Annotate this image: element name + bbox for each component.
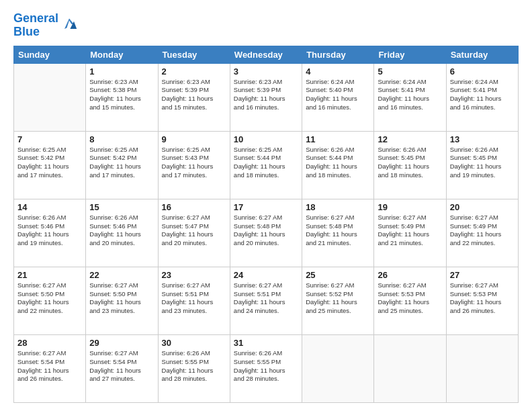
calendar-cell: 16Sunrise: 6:27 AM Sunset: 5:47 PM Dayli… [158, 199, 230, 267]
calendar-table: SundayMondayTuesdayWednesdayThursdayFrid… [13, 46, 519, 403]
day-number: 17 [234, 202, 298, 212]
day-number: 22 [89, 270, 154, 280]
day-number: 27 [450, 270, 515, 280]
cell-sun-info: Sunrise: 6:27 AM Sunset: 5:47 PM Dayligh… [162, 214, 226, 248]
calendar-cell: 6Sunrise: 6:24 AM Sunset: 5:41 PM Daylig… [446, 63, 518, 131]
cell-sun-info: Sunrise: 6:24 AM Sunset: 5:40 PM Dayligh… [306, 78, 370, 112]
cell-sun-info: Sunrise: 6:27 AM Sunset: 5:51 PM Dayligh… [234, 281, 298, 316]
day-number: 29 [89, 338, 154, 348]
cell-sun-info: Sunrise: 6:26 AM Sunset: 5:55 PM Dayligh… [162, 349, 226, 383]
day-number: 28 [17, 338, 82, 348]
weekday-wednesday: Wednesday [230, 46, 302, 63]
cell-sun-info: Sunrise: 6:26 AM Sunset: 5:46 PM Dayligh… [17, 214, 82, 248]
calendar-cell: 11Sunrise: 6:26 AM Sunset: 5:44 PM Dayli… [302, 131, 374, 199]
day-number: 4 [306, 66, 370, 77]
day-number: 7 [17, 134, 82, 144]
calendar-cell: 22Sunrise: 6:27 AM Sunset: 5:50 PM Dayli… [86, 267, 158, 334]
week-row-5: 28Sunrise: 6:27 AM Sunset: 5:54 PM Dayli… [14, 334, 519, 402]
calendar-cell: 19Sunrise: 6:27 AM Sunset: 5:49 PM Dayli… [374, 199, 446, 267]
day-number: 30 [162, 338, 226, 348]
day-number: 23 [162, 270, 226, 280]
cell-sun-info: Sunrise: 6:26 AM Sunset: 5:46 PM Dayligh… [89, 214, 154, 248]
cell-sun-info: Sunrise: 6:23 AM Sunset: 5:38 PM Dayligh… [89, 78, 154, 112]
day-number: 11 [306, 134, 370, 144]
calendar-cell: 28Sunrise: 6:27 AM Sunset: 5:54 PM Dayli… [14, 334, 86, 402]
day-number: 13 [450, 134, 515, 144]
calendar-cell: 1Sunrise: 6:23 AM Sunset: 5:38 PM Daylig… [86, 63, 158, 131]
day-number: 6 [450, 66, 515, 77]
day-number: 21 [17, 270, 82, 280]
calendar-cell: 25Sunrise: 6:27 AM Sunset: 5:52 PM Dayli… [302, 267, 374, 334]
calendar-cell [446, 334, 518, 402]
calendar-cell: 31Sunrise: 6:26 AM Sunset: 5:55 PM Dayli… [230, 334, 302, 402]
day-number: 2 [162, 66, 226, 77]
cell-sun-info: Sunrise: 6:27 AM Sunset: 5:53 PM Dayligh… [450, 281, 515, 316]
cell-sun-info: Sunrise: 6:25 AM Sunset: 5:44 PM Dayligh… [234, 146, 298, 180]
calendar-cell [374, 334, 446, 402]
day-number: 3 [234, 66, 298, 77]
calendar-cell: 8Sunrise: 6:25 AM Sunset: 5:42 PM Daylig… [86, 131, 158, 199]
day-number: 5 [378, 66, 442, 77]
day-number: 12 [378, 134, 442, 144]
calendar-cell: 3Sunrise: 6:23 AM Sunset: 5:39 PM Daylig… [230, 63, 302, 131]
day-number: 1 [89, 66, 154, 77]
logo-text: GeneralBlue [13, 12, 58, 39]
cell-sun-info: Sunrise: 6:27 AM Sunset: 5:54 PM Dayligh… [89, 349, 154, 383]
weekday-sunday: Sunday [14, 46, 86, 63]
calendar-page: GeneralBlue SundayMondayTuesdayWednesday… [0, 0, 532, 411]
calendar-cell: 24Sunrise: 6:27 AM Sunset: 5:51 PM Dayli… [230, 267, 302, 334]
calendar-cell: 2Sunrise: 6:23 AM Sunset: 5:39 PM Daylig… [158, 63, 230, 131]
calendar-cell: 18Sunrise: 6:27 AM Sunset: 5:48 PM Dayli… [302, 199, 374, 267]
cell-sun-info: Sunrise: 6:27 AM Sunset: 5:50 PM Dayligh… [17, 281, 82, 316]
calendar-cell [14, 63, 86, 131]
calendar-cell: 27Sunrise: 6:27 AM Sunset: 5:53 PM Dayli… [446, 267, 518, 334]
cell-sun-info: Sunrise: 6:25 AM Sunset: 5:42 PM Dayligh… [17, 146, 82, 180]
cell-sun-info: Sunrise: 6:23 AM Sunset: 5:39 PM Dayligh… [234, 78, 298, 112]
logo-icon [60, 15, 79, 34]
calendar-cell: 20Sunrise: 6:27 AM Sunset: 5:49 PM Dayli… [446, 199, 518, 267]
calendar-cell: 12Sunrise: 6:26 AM Sunset: 5:45 PM Dayli… [374, 131, 446, 199]
calendar-cell: 30Sunrise: 6:26 AM Sunset: 5:55 PM Dayli… [158, 334, 230, 402]
logo: GeneralBlue [13, 12, 79, 39]
cell-sun-info: Sunrise: 6:25 AM Sunset: 5:42 PM Dayligh… [89, 146, 154, 180]
day-number: 15 [89, 202, 154, 212]
day-number: 19 [378, 202, 442, 212]
calendar-cell: 9Sunrise: 6:25 AM Sunset: 5:43 PM Daylig… [158, 131, 230, 199]
calendar-cell: 10Sunrise: 6:25 AM Sunset: 5:44 PM Dayli… [230, 131, 302, 199]
cell-sun-info: Sunrise: 6:27 AM Sunset: 5:51 PM Dayligh… [162, 281, 226, 316]
day-number: 25 [306, 270, 370, 280]
weekday-friday: Friday [374, 46, 446, 63]
cell-sun-info: Sunrise: 6:25 AM Sunset: 5:43 PM Dayligh… [162, 146, 226, 180]
calendar-cell: 5Sunrise: 6:24 AM Sunset: 5:41 PM Daylig… [374, 63, 446, 131]
calendar-cell: 7Sunrise: 6:25 AM Sunset: 5:42 PM Daylig… [14, 131, 86, 199]
weekday-tuesday: Tuesday [158, 46, 230, 63]
cell-sun-info: Sunrise: 6:27 AM Sunset: 5:49 PM Dayligh… [450, 214, 515, 248]
cell-sun-info: Sunrise: 6:27 AM Sunset: 5:54 PM Dayligh… [17, 349, 82, 383]
day-number: 18 [306, 202, 370, 212]
calendar-cell: 14Sunrise: 6:26 AM Sunset: 5:46 PM Dayli… [14, 199, 86, 267]
header: GeneralBlue [13, 12, 519, 39]
week-row-4: 21Sunrise: 6:27 AM Sunset: 5:50 PM Dayli… [14, 267, 519, 334]
calendar-cell [302, 334, 374, 402]
calendar-cell: 26Sunrise: 6:27 AM Sunset: 5:53 PM Dayli… [374, 267, 446, 334]
weekday-thursday: Thursday [302, 46, 374, 63]
week-row-3: 14Sunrise: 6:26 AM Sunset: 5:46 PM Dayli… [14, 199, 519, 267]
cell-sun-info: Sunrise: 6:26 AM Sunset: 5:44 PM Dayligh… [306, 146, 370, 180]
calendar-cell: 21Sunrise: 6:27 AM Sunset: 5:50 PM Dayli… [14, 267, 86, 334]
calendar-cell: 4Sunrise: 6:24 AM Sunset: 5:40 PM Daylig… [302, 63, 374, 131]
cell-sun-info: Sunrise: 6:23 AM Sunset: 5:39 PM Dayligh… [162, 78, 226, 112]
day-number: 10 [234, 134, 298, 144]
weekday-saturday: Saturday [446, 46, 518, 63]
cell-sun-info: Sunrise: 6:27 AM Sunset: 5:48 PM Dayligh… [306, 214, 370, 248]
cell-sun-info: Sunrise: 6:27 AM Sunset: 5:53 PM Dayligh… [378, 281, 442, 316]
cell-sun-info: Sunrise: 6:27 AM Sunset: 5:52 PM Dayligh… [306, 281, 370, 316]
day-number: 26 [378, 270, 442, 280]
cell-sun-info: Sunrise: 6:24 AM Sunset: 5:41 PM Dayligh… [378, 78, 442, 112]
cell-sun-info: Sunrise: 6:26 AM Sunset: 5:45 PM Dayligh… [378, 146, 442, 180]
day-number: 20 [450, 202, 515, 212]
calendar-cell: 29Sunrise: 6:27 AM Sunset: 5:54 PM Dayli… [86, 334, 158, 402]
cell-sun-info: Sunrise: 6:24 AM Sunset: 5:41 PM Dayligh… [450, 78, 515, 112]
day-number: 24 [234, 270, 298, 280]
day-number: 31 [234, 338, 298, 348]
calendar-cell: 23Sunrise: 6:27 AM Sunset: 5:51 PM Dayli… [158, 267, 230, 334]
